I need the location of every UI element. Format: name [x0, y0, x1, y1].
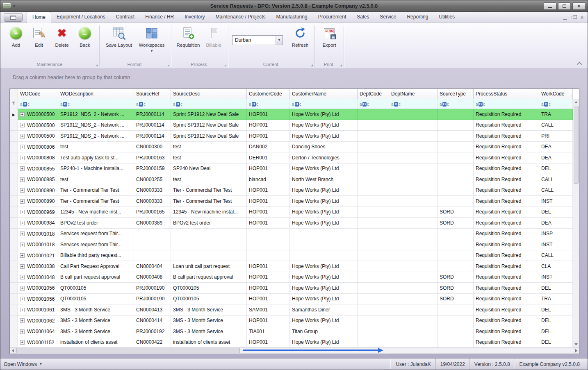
tab-equipment-locations[interactable]: Equipment / Locations [51, 12, 111, 23]
save-layout-button[interactable]: Save Layout [103, 25, 135, 61]
expand-icon[interactable]: + [20, 166, 25, 171]
cell-sourceref[interactable]: PRJ0000190 [134, 283, 171, 294]
cell-sourceref[interactable]: CN0000422 [134, 337, 171, 348]
app-menu-button[interactable] [4, 13, 23, 22]
cell-deptname[interactable] [389, 239, 438, 250]
horizontal-scrollbar[interactable] [10, 347, 579, 354]
cell-workcode[interactable]: DEA [539, 152, 573, 163]
cell-processstatus[interactable]: Requisition Required [474, 272, 539, 283]
grid-row[interactable]: +WO0001021Billable third party request..… [10, 250, 573, 261]
expand-icon[interactable]: + [20, 243, 25, 247]
cell-customercode[interactable]: HOP001 [247, 261, 290, 272]
cell-workcode[interactable]: CALL [539, 120, 573, 131]
cell-customercode[interactable]: HOP001 [247, 120, 290, 131]
cell-wodescription[interactable]: Tier - Commercial Tier Test [58, 185, 134, 196]
cell-workcode[interactable]: INST [539, 196, 573, 207]
cell-customercode[interactable]: HOP001 [247, 337, 290, 348]
cell-workcode[interactable]: CALL [539, 250, 573, 261]
cell-sourcedesc[interactable]: 3MS - 3 Month Service [171, 316, 247, 327]
cell-deptname[interactable] [389, 337, 438, 348]
cell-processstatus[interactable]: Requisition Required [474, 174, 539, 185]
filter-cell-wodescription[interactable]: aBc [58, 99, 134, 109]
dialog-launcher-icon[interactable] [311, 64, 313, 66]
filter-cell-processstatus[interactable]: aBc [474, 99, 539, 109]
cell-customername[interactable]: Hope Works (Pty) Ltd [290, 337, 358, 348]
dialog-launcher-icon[interactable] [224, 64, 226, 66]
cell-deptcode[interactable] [358, 196, 389, 207]
cell-deptname[interactable] [389, 152, 438, 163]
cell-sourcedesc[interactable]: B call part request approval [171, 272, 247, 283]
cell-sourceref[interactable] [134, 239, 171, 250]
grid-row[interactable]: +WO00010623MS - 3 Month ServiceCN0000414… [10, 316, 573, 327]
grid-row[interactable]: +WO0000984BPOv2 test orderCN0000389BPOv2… [10, 218, 573, 229]
cell-workcode[interactable]: DEL [539, 207, 573, 218]
expand-icon[interactable]: + [20, 188, 25, 193]
filter-cell-customercode[interactable]: aBc [247, 99, 290, 109]
cell-sourcedesc[interactable]: Sprint SP1912 New Deal Sale [171, 131, 247, 142]
cell-sourcetype[interactable]: SORD [438, 294, 474, 305]
expand-icon[interactable]: + [20, 123, 25, 127]
cell-workcode[interactable]: DEA [539, 218, 573, 229]
column-header-sourcedesc[interactable]: SourceDesc [171, 89, 247, 99]
cell-sourceref[interactable]: PRJ0000192 [134, 326, 171, 337]
export-button[interactable]: HLSN Export [318, 25, 341, 61]
cell-wodescription[interactable]: Test auto apply task to st... [58, 152, 134, 163]
cell-wodescription[interactable]: SP1912_NDS_2 - Network ... [58, 120, 134, 131]
cell-wodescription[interactable]: Services request from Thir... [58, 229, 134, 240]
cell-wocode[interactable]: +WO0000885 [18, 174, 58, 185]
cell-wocode[interactable]: +WO0000500 [18, 131, 58, 142]
cell-processstatus[interactable]: Requisition Required [474, 207, 539, 218]
expand-icon[interactable]: + [20, 308, 25, 312]
cell-customername[interactable]: Titan Group [290, 326, 358, 337]
grid-row[interactable]: +WO0001018Services request from Thir...R… [10, 239, 573, 250]
expand-icon[interactable]: + [20, 177, 25, 182]
site-combobox[interactable]: Durban ▼ [232, 35, 283, 45]
vertical-scrollbar-thumb[interactable] [574, 106, 579, 184]
requisition-button[interactable]: Requisition [174, 25, 202, 61]
expand-icon[interactable]: + [20, 134, 25, 138]
cell-wocode[interactable]: +WO0000806 [18, 142, 58, 153]
cell-customercode[interactable]: DER001 [247, 152, 290, 163]
cell-wocode[interactable]: +WO0001018 [18, 239, 58, 250]
grid-row[interactable]: +WO0000885testCN0000255testbiancadNorth … [10, 174, 573, 185]
cell-processstatus[interactable]: Requisition Required [474, 261, 539, 272]
cell-customername[interactable] [290, 229, 358, 240]
cell-sourceref[interactable] [134, 250, 171, 261]
cell-wodescription[interactable]: QT0000105 [58, 283, 134, 294]
expand-icon[interactable]: + [20, 112, 25, 117]
cell-deptcode[interactable] [358, 304, 389, 316]
cell-wocode[interactable]: +WO0000500 [18, 120, 58, 131]
cell-wocode[interactable]: +WO0000500 [18, 109, 58, 120]
cell-customername[interactable]: Hope Works (Pty) Ltd [290, 109, 358, 120]
cell-deptname[interactable] [389, 283, 438, 294]
cell-sourcetype[interactable] [438, 261, 474, 272]
column-header-processstatus[interactable]: ProcessStatus [474, 89, 539, 99]
cell-sourcetype[interactable] [438, 163, 474, 175]
expand-icon[interactable]: + [20, 318, 25, 323]
cell-sourceref[interactable]: CN0000300 [134, 142, 171, 153]
cell-deptname[interactable] [389, 109, 438, 120]
cell-sourceref[interactable]: CN0000333 [134, 196, 171, 207]
grid-row[interactable]: +WO0000855SP240-1 - Machine Installa...P… [10, 163, 573, 175]
cell-customername[interactable]: Dancing Shoes [290, 142, 358, 153]
cell-customername[interactable]: Hope Works (Pty) Ltd [290, 316, 358, 327]
cell-processstatus[interactable]: Requisition Required [474, 120, 539, 131]
cell-deptcode[interactable] [358, 326, 389, 337]
tab-inventory[interactable]: Inventory [179, 12, 210, 23]
cell-sourcedesc[interactable]: 3MS - 3 Month Service [171, 304, 247, 316]
cell-wodescription[interactable]: Billable third party request... [58, 250, 134, 261]
grid-row[interactable]: +WO0001152installation of clients assetC… [10, 337, 573, 348]
cell-deptname[interactable] [389, 196, 438, 207]
cell-deptname[interactable] [389, 120, 438, 131]
cell-wocode[interactable]: +WO0001062 [18, 316, 58, 327]
cell-deptname[interactable] [389, 261, 438, 272]
cell-processstatus[interactable]: Requisition Required [474, 337, 539, 348]
cell-customercode[interactable]: HOP001 [247, 163, 290, 175]
cell-wodescription[interactable]: test [58, 142, 134, 153]
cell-wodescription[interactable]: installation of clients asset [58, 337, 134, 348]
cell-wocode[interactable]: +WO0000808 [18, 152, 58, 163]
cell-sourcetype[interactable] [438, 109, 474, 120]
cell-deptcode[interactable] [358, 218, 389, 229]
cell-deptcode[interactable] [358, 250, 389, 261]
cell-deptcode[interactable] [358, 261, 389, 272]
